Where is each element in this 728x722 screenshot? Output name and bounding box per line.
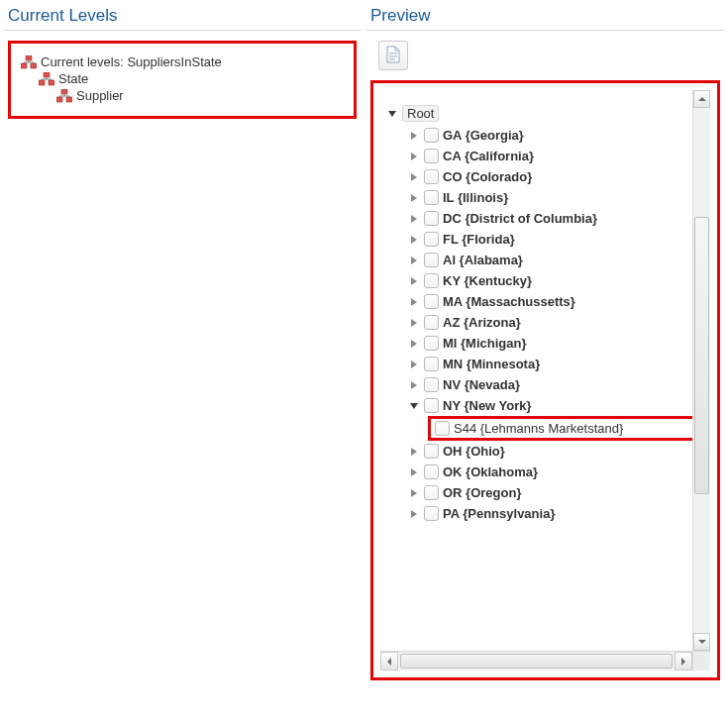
scroll-up-button[interactable] xyxy=(693,90,710,108)
tree-node-label: FL {Florida} xyxy=(443,232,515,247)
tree-node-label: MI {Michigan} xyxy=(443,336,527,351)
checkbox[interactable] xyxy=(424,506,439,521)
tree-node-label: DC {District of Columbia} xyxy=(443,211,597,226)
checkbox[interactable] xyxy=(435,421,450,436)
tree-root[interactable]: Root xyxy=(386,102,704,125)
expand-arrow-icon[interactable] xyxy=(408,275,420,287)
tree-node[interactable]: NY {New York} xyxy=(408,395,704,416)
scroll-track[interactable] xyxy=(693,108,710,633)
scroll-thumb[interactable] xyxy=(694,217,709,494)
tree-child-node[interactable]: S44 {Lehmanns Marketstand} xyxy=(428,416,704,441)
tree-node[interactable]: CO {Colorado} xyxy=(408,166,704,187)
expand-arrow-icon[interactable] xyxy=(408,487,420,499)
tree-node-label: KY {Kentucky} xyxy=(443,273,532,288)
document-button[interactable] xyxy=(378,41,408,70)
scroll-corner xyxy=(692,652,710,670)
scroll-track[interactable] xyxy=(398,652,675,670)
checkbox[interactable] xyxy=(424,169,439,184)
expand-arrow-icon[interactable] xyxy=(408,379,420,391)
hierarchy-icon xyxy=(39,72,54,86)
tree-node-label: MA {Massachussetts} xyxy=(443,294,575,309)
expand-arrow-icon[interactable] xyxy=(408,213,420,225)
levels-child-label: State xyxy=(58,71,88,86)
tree-node[interactable]: CA {California} xyxy=(408,146,704,166)
checkbox[interactable] xyxy=(424,294,439,309)
collapse-arrow-icon[interactable] xyxy=(408,400,420,412)
tree-node[interactable]: OH {Ohio} xyxy=(408,441,704,462)
levels-root-label: Current levels: SuppliersInState xyxy=(41,54,222,69)
expand-arrow-icon[interactable] xyxy=(408,466,420,478)
tree-node-label: OH {Ohio} xyxy=(443,444,505,459)
levels-child[interactable]: State xyxy=(21,70,344,87)
checkbox[interactable] xyxy=(424,357,439,371)
tree-node-label: CA {California} xyxy=(443,149,534,163)
checkbox[interactable] xyxy=(424,128,439,143)
scroll-thumb[interactable] xyxy=(400,654,673,669)
horizontal-scrollbar[interactable] xyxy=(380,651,710,670)
expand-arrow-icon[interactable] xyxy=(408,446,420,458)
scroll-down-button[interactable] xyxy=(693,633,710,651)
expand-arrow-icon[interactable] xyxy=(408,508,420,520)
tree-node[interactable]: FL {Florida} xyxy=(408,229,704,250)
levels-root[interactable]: Current levels: SuppliersInState xyxy=(21,53,344,70)
checkbox[interactable] xyxy=(424,273,439,288)
tree-node-label: NV {Nevada} xyxy=(443,377,520,392)
tree-node-label: AZ {Arizona} xyxy=(443,315,521,330)
tree-node[interactable]: DC {District of Columbia} xyxy=(408,208,704,229)
expand-arrow-icon[interactable] xyxy=(408,338,420,350)
checkbox[interactable] xyxy=(424,444,439,459)
vertical-scrollbar[interactable] xyxy=(692,90,710,651)
hierarchy-icon xyxy=(56,89,72,103)
tree-node[interactable]: AZ {Arizona} xyxy=(408,312,704,333)
tree-node-label: Al {Alabama} xyxy=(443,253,523,267)
tree-node-label: GA {Georgia} xyxy=(443,128,524,143)
hierarchy-icon xyxy=(21,55,37,69)
checkbox[interactable] xyxy=(424,336,439,351)
tree-node-label: S44 {Lehmanns Marketstand} xyxy=(454,421,623,436)
tree-node-label: NY {New York} xyxy=(443,398,532,413)
checkbox[interactable] xyxy=(424,232,439,247)
document-icon xyxy=(385,46,401,66)
checkbox[interactable] xyxy=(424,398,439,413)
tree-node-label: MN {Minnesota} xyxy=(443,357,540,371)
expand-arrow-icon[interactable] xyxy=(408,151,420,162)
scroll-left-button[interactable] xyxy=(380,652,398,670)
expand-arrow-icon[interactable] xyxy=(408,255,420,266)
tree-node[interactable]: OR {Oregon} xyxy=(408,482,704,503)
expand-arrow-icon[interactable] xyxy=(408,234,420,246)
expand-arrow-icon[interactable] xyxy=(408,171,420,183)
checkbox[interactable] xyxy=(424,485,439,500)
tree-node[interactable]: PA {Pennsylvania} xyxy=(408,503,704,524)
tree-node-label: OR {Oregon} xyxy=(443,485,521,500)
tree-node-label: PA {Pennsylvania} xyxy=(443,506,555,521)
expand-arrow-icon[interactable] xyxy=(408,296,420,308)
collapse-arrow-icon[interactable] xyxy=(386,108,398,120)
tree-node[interactable]: MI {Michigan} xyxy=(408,333,704,354)
checkbox[interactable] xyxy=(424,149,439,163)
tree-node[interactable]: OK {Oklahoma} xyxy=(408,462,704,482)
checkbox[interactable] xyxy=(424,464,439,479)
tree-node[interactable]: MA {Massachussetts} xyxy=(408,291,704,312)
expand-arrow-icon[interactable] xyxy=(408,317,420,329)
levels-child-label: Supplier xyxy=(76,88,124,103)
current-levels-header: Current Levels xyxy=(4,4,361,31)
tree-node[interactable]: KY {Kentucky} xyxy=(408,270,704,291)
tree-node[interactable]: NV {Nevada} xyxy=(408,374,704,395)
tree-node[interactable]: GA {Georgia} xyxy=(408,125,704,146)
tree-node[interactable]: IL {Illinois} xyxy=(408,187,704,208)
checkbox[interactable] xyxy=(424,211,439,226)
checkbox[interactable] xyxy=(424,377,439,392)
checkbox[interactable] xyxy=(424,190,439,205)
tree-scroll-area[interactable]: RootGA {Georgia}CA {California}CO {Color… xyxy=(379,89,711,671)
expand-arrow-icon[interactable] xyxy=(408,192,420,204)
preview-panel: RootGA {Georgia}CA {California}CO {Color… xyxy=(370,80,720,680)
checkbox[interactable] xyxy=(424,253,439,267)
checkbox[interactable] xyxy=(424,315,439,330)
tree-node[interactable]: MN {Minnesota} xyxy=(408,354,704,374)
tree-node[interactable]: Al {Alabama} xyxy=(408,250,704,270)
levels-child[interactable]: Supplier xyxy=(21,87,344,104)
current-levels-panel: Current levels: SuppliersInState State S… xyxy=(8,41,357,119)
expand-arrow-icon[interactable] xyxy=(408,359,420,370)
scroll-right-button[interactable] xyxy=(675,652,692,670)
expand-arrow-icon[interactable] xyxy=(408,130,420,142)
